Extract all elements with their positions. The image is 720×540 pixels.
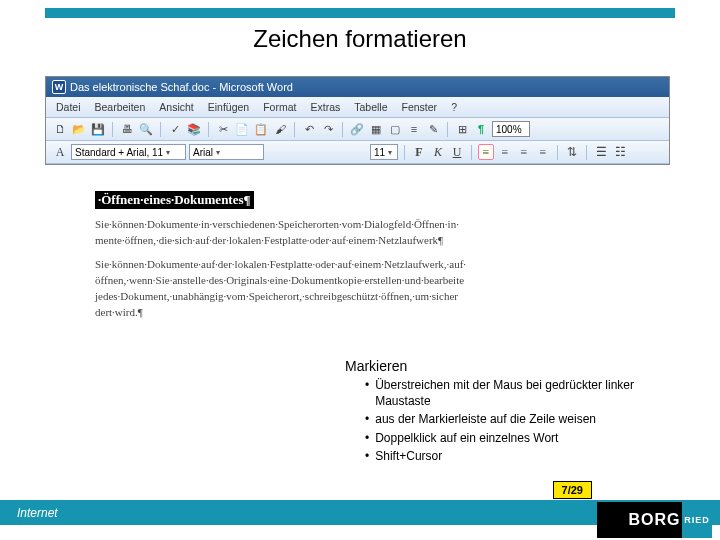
italic-button[interactable]: K xyxy=(430,144,446,160)
slide-title: Zeichen formatieren xyxy=(0,25,720,53)
bullets-icon[interactable]: ☷ xyxy=(612,144,628,160)
map-icon[interactable]: ⊞ xyxy=(454,121,470,137)
zoom-value: 100% xyxy=(496,124,522,135)
word-menubar: Datei Bearbeiten Ansicht Einfügen Format… xyxy=(46,97,669,118)
undo-icon[interactable]: ↶ xyxy=(301,121,317,137)
top-accent-bar xyxy=(45,8,675,18)
spellcheck-icon[interactable]: ✓ xyxy=(167,121,183,137)
menu-datei[interactable]: Datei xyxy=(52,99,85,115)
font-combo[interactable]: Arial▾ xyxy=(189,144,264,160)
underline-button[interactable]: U xyxy=(449,144,465,160)
hyperlink-icon[interactable]: 🔗 xyxy=(349,121,365,137)
preview-icon[interactable]: 🔍 xyxy=(138,121,154,137)
menu-tabelle[interactable]: Tabelle xyxy=(350,99,391,115)
menu-extras[interactable]: Extras xyxy=(306,99,344,115)
style-value: Standard + Arial, 11 xyxy=(75,147,163,158)
drawing-icon[interactable]: ✎ xyxy=(425,121,441,137)
open-icon[interactable]: 📂 xyxy=(71,121,87,137)
word-standard-toolbar: 🗋 📂 💾 🖶 🔍 ✓ 📚 ✂ 📄 📋 🖌 ↶ ↷ 🔗 ▦ ▢ ≡ ✎ ⊞ ¶ … xyxy=(46,118,669,141)
print-icon[interactable]: 🖶 xyxy=(119,121,135,137)
word-format-toolbar: A Standard + Arial, 11▾ Arial▾ 11▾ F K U… xyxy=(46,141,669,164)
word-titlebar: W Das elektronische Schaf.doc - Microsof… xyxy=(46,77,669,97)
section-title: Markieren xyxy=(345,358,407,374)
menu-bearbeiten[interactable]: Bearbeiten xyxy=(91,99,150,115)
columns-icon[interactable]: ≡ xyxy=(406,121,422,137)
align-justify-icon[interactable]: ≡ xyxy=(535,144,551,160)
new-icon[interactable]: 🗋 xyxy=(52,121,68,137)
numbering-icon[interactable]: ☰ xyxy=(593,144,609,160)
bold-button[interactable]: F xyxy=(411,144,427,160)
format-painter-icon[interactable]: 🖌 xyxy=(272,121,288,137)
doc-heading: ·Öffnen·eines·Dokumentes¶ xyxy=(95,191,254,209)
cut-icon[interactable]: ✂ xyxy=(215,121,231,137)
paste-icon[interactable]: 📋 xyxy=(253,121,269,137)
document-sample: ·Öffnen·eines·Dokumentes¶ Sie·können·Dok… xyxy=(95,190,465,329)
page-counter: 7/29 xyxy=(553,481,592,499)
align-left-icon[interactable]: ≡ xyxy=(478,144,494,160)
research-icon[interactable]: 📚 xyxy=(186,121,202,137)
size-combo[interactable]: 11▾ xyxy=(370,144,398,160)
line-spacing-icon[interactable]: ⇅ xyxy=(564,144,580,160)
bullet-list: •Überstreichen mit der Maus bei gedrückt… xyxy=(365,378,675,468)
save-icon[interactable]: 💾 xyxy=(90,121,106,137)
doc-p2: Sie·können·Dokumente·auf·der·lokalen·Fes… xyxy=(95,257,465,321)
align-right-icon[interactable]: ≡ xyxy=(516,144,532,160)
table-icon[interactable]: ▦ xyxy=(368,121,384,137)
menu-help[interactable]: ? xyxy=(447,99,461,115)
word-screenshot: W Das elektronische Schaf.doc - Microsof… xyxy=(45,76,670,165)
menu-ansicht[interactable]: Ansicht xyxy=(155,99,197,115)
list-item: •Shift+Cursor xyxy=(365,449,675,465)
borg-logo: BORG RIED xyxy=(597,502,712,538)
pilcrow-icon[interactable]: ¶ xyxy=(473,121,489,137)
list-item: •Überstreichen mit der Maus bei gedrückt… xyxy=(365,378,675,409)
list-item: •Doppelklick auf ein einzelnes Wort xyxy=(365,431,675,447)
logo-text: BORG xyxy=(629,511,681,529)
excel-icon[interactable]: ▢ xyxy=(387,121,403,137)
list-item: •aus der Markierleiste auf die Zeile wei… xyxy=(365,412,675,428)
menu-format[interactable]: Format xyxy=(259,99,300,115)
logo-accent: RIED xyxy=(682,502,712,538)
doc-body: Sie·können·Dokumente·in·verschiedenen·Sp… xyxy=(95,217,465,321)
word-app-icon: W xyxy=(52,80,66,94)
align-center-icon[interactable]: ≡ xyxy=(497,144,513,160)
size-value: 11 xyxy=(374,147,385,158)
doc-p1: Sie·können·Dokumente·in·verschiedenen·Sp… xyxy=(95,217,465,249)
style-combo[interactable]: Standard + Arial, 11▾ xyxy=(71,144,186,160)
style-handle-icon[interactable]: A xyxy=(52,144,68,160)
word-title-text: Das elektronische Schaf.doc - Microsoft … xyxy=(70,81,293,93)
menu-fenster[interactable]: Fenster xyxy=(398,99,442,115)
copy-icon[interactable]: 📄 xyxy=(234,121,250,137)
font-value: Arial xyxy=(193,147,213,158)
redo-icon[interactable]: ↷ xyxy=(320,121,336,137)
footer-label: Internet xyxy=(17,506,58,520)
zoom-combo[interactable]: 100% xyxy=(492,121,530,137)
menu-einfuegen[interactable]: Einfügen xyxy=(204,99,253,115)
